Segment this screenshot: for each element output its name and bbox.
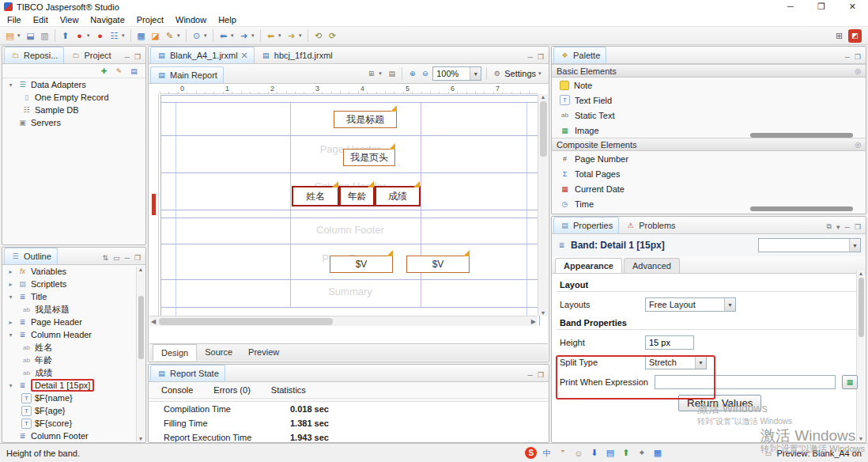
- palette-item-total-pages[interactable]: Σ Total Pages: [552, 166, 866, 181]
- menu-file[interactable]: File: [7, 15, 21, 25]
- element-selector-combo[interactable]: ▼: [758, 238, 861, 252]
- scrollbar-thumb[interactable]: [540, 101, 547, 157]
- tree-item-sample-db[interactable]: ☷ Sample DB: [2, 104, 145, 116]
- dropdown-arrow-icon[interactable]: ▾: [251, 32, 257, 39]
- outline-item-field-name[interactable]: T $F{name}: [2, 392, 145, 404]
- outline-item-col-name[interactable]: ab 姓名: [2, 341, 145, 354]
- minimize-view-icon[interactable]: ─: [125, 53, 130, 61]
- subtab-advanced[interactable]: Advanced: [624, 258, 680, 273]
- minimize-view-icon[interactable]: ─: [528, 53, 533, 61]
- palette-section-basic[interactable]: Basic Elements ◎: [552, 64, 866, 78]
- forward-history-icon[interactable]: ➜: [285, 29, 298, 43]
- zoom-out-icon[interactable]: ⊖: [420, 69, 430, 79]
- minimize-view-icon[interactable]: ─: [845, 223, 850, 231]
- dropdown-arrow-icon[interactable]: ▾: [278, 32, 284, 39]
- minimize-view-icon[interactable]: ─: [125, 254, 130, 262]
- scrollbar-thumb[interactable]: [750, 206, 853, 211]
- chart-wizard-icon[interactable]: ◪: [149, 29, 162, 43]
- download-icon[interactable]: ⬇: [588, 447, 600, 459]
- element-page-footer-field-2[interactable]: $V: [406, 256, 470, 273]
- tree-item-servers[interactable]: ▣ Servers: [2, 116, 145, 129]
- back-history-icon[interactable]: ⬅: [264, 29, 277, 43]
- menu-view[interactable]: View: [60, 15, 79, 25]
- maximize-view-icon[interactable]: ❐: [855, 223, 861, 231]
- outline-item-column-header[interactable]: ▾ ≣ Column Header: [2, 328, 145, 341]
- maximize-view-icon[interactable]: ❐: [538, 53, 544, 61]
- print-when-expression-input[interactable]: [655, 375, 836, 389]
- dropdown-arrow-icon[interactable]: ▾: [231, 32, 236, 39]
- minimize-view-icon[interactable]: ─: [528, 371, 533, 379]
- outline-scrollbar[interactable]: ▲ ▼: [136, 267, 145, 441]
- ime-face-icon[interactable]: ☺: [572, 447, 584, 459]
- outline-item-field-age[interactable]: T $F{age}: [2, 404, 145, 417]
- scrollbar-thumb[interactable]: [159, 318, 333, 325]
- outline-item-variables[interactable]: ▸ fx Variables: [2, 265, 145, 278]
- link-errors[interactable]: Errors (0): [213, 385, 250, 395]
- section-menu-icon[interactable]: ◎: [855, 141, 861, 149]
- outline-item-scriptlets[interactable]: ▸ ▤ Scriptlets: [2, 278, 145, 290]
- element-page-footer-field-1[interactable]: $V: [330, 256, 393, 273]
- palette-item-current-date[interactable]: ▦ Current Date: [552, 181, 866, 196]
- open-perspective-icon[interactable]: ⊞: [832, 29, 846, 43]
- tab-problems[interactable]: ⚠ Problems: [620, 217, 681, 233]
- view-menu-icon[interactable]: ▭: [113, 254, 120, 262]
- tab-repository-explorer[interactable]: 🗀 Reposi...: [4, 47, 64, 63]
- palette-item-note[interactable]: Note: [552, 78, 866, 93]
- print-icon[interactable]: ▥: [38, 29, 51, 43]
- expand-arrow-icon[interactable]: ▾: [7, 382, 14, 389]
- dropdown-arrow-icon[interactable]: ▾: [177, 32, 183, 39]
- view-menu-icon[interactable]: ▾: [836, 223, 840, 231]
- tab-source[interactable]: Source: [197, 344, 240, 361]
- tab-report-state[interactable]: ▤ Report State: [150, 365, 225, 381]
- tasklist-icon[interactable]: ▤: [604, 447, 616, 459]
- prev-annotation-icon[interactable]: ⬅: [217, 29, 230, 43]
- outline-item-field-score[interactable]: T $F{score}: [2, 417, 145, 430]
- outline-item-col-age[interactable]: ab 年龄: [2, 354, 145, 366]
- close-tab-icon[interactable]: ✕: [241, 51, 248, 61]
- save-icon[interactable]: ⬓: [24, 29, 37, 43]
- editor-tab-blank-a4[interactable]: ▤ Blank_A4_1.jrxml ✕: [150, 47, 255, 63]
- edit-adapter-icon[interactable]: ✎: [114, 66, 124, 76]
- scrollbar-thumb[interactable]: [138, 296, 144, 359]
- tab-preview[interactable]: Preview: [240, 344, 287, 361]
- publish-server-icon[interactable]: ⬆: [58, 29, 72, 43]
- palette-item-text-field[interactable]: T Text Field: [552, 93, 866, 108]
- tab-project-explorer[interactable]: 🗀 Project: [65, 47, 116, 63]
- sogou-input-icon[interactable]: S: [525, 447, 537, 459]
- edit-style-icon[interactable]: ✎: [163, 29, 176, 43]
- subtab-appearance[interactable]: Appearance: [555, 258, 622, 273]
- grid-options-icon[interactable]: ⊞: [366, 69, 376, 79]
- palette-item-page-number[interactable]: # Page Number: [552, 151, 866, 166]
- expand-arrow-icon[interactable]: ▾: [7, 81, 14, 89]
- compile-report-icon[interactable]: ●: [93, 29, 107, 43]
- element-col-name[interactable]: 姓名: [292, 186, 339, 206]
- sparkle-icon[interactable]: ✦: [636, 447, 647, 459]
- menu-window[interactable]: Window: [175, 15, 206, 25]
- element-col-age[interactable]: 年龄: [339, 186, 375, 206]
- minimize-view-icon[interactable]: ─: [845, 53, 850, 61]
- dropdown-arrow-icon[interactable]: ▾: [204, 32, 209, 39]
- tab-properties[interactable]: ▤ Properties: [553, 217, 619, 233]
- palette-item-static-text[interactable]: ab Static Text: [552, 108, 866, 123]
- minimize-button[interactable]: ─: [787, 2, 794, 12]
- outline-item-title[interactable]: ▾ ≣ Title: [2, 290, 145, 303]
- settings-label[interactable]: Settings: [504, 69, 536, 78]
- palette-item-image[interactable]: ▦ Image: [552, 123, 866, 138]
- scroll-left-icon[interactable]: ◀: [151, 318, 156, 325]
- scrollbar-thumb[interactable]: [750, 133, 853, 138]
- dropdown-arrow-icon[interactable]: ▾: [379, 70, 384, 77]
- close-button[interactable]: ✕: [849, 2, 856, 12]
- grid-icon[interactable]: ▦: [651, 447, 663, 459]
- outline-item-title-text[interactable]: ab 我是标题: [2, 303, 145, 316]
- expression-editor-icon[interactable]: ▦: [842, 375, 858, 389]
- maximize-view-icon[interactable]: ❐: [134, 254, 141, 262]
- import-export-icon[interactable]: ▤: [129, 66, 139, 76]
- canvas-vertical-scrollbar[interactable]: ▲ ▼: [538, 94, 548, 316]
- link-statistics[interactable]: Statistics: [271, 385, 306, 395]
- dropdown-arrow-icon[interactable]: ▾: [538, 70, 544, 77]
- tree-item-one-empty-record[interactable]: ▯ One Empty Record: [2, 91, 145, 104]
- tab-main-report[interactable]: ▤ Main Report: [150, 66, 224, 83]
- dropdown-arrow-icon[interactable]: ▾: [299, 32, 304, 39]
- tab-palette[interactable]: ❖ Palette: [553, 47, 606, 63]
- split-type-combo[interactable]: Stretch ▼: [645, 355, 707, 369]
